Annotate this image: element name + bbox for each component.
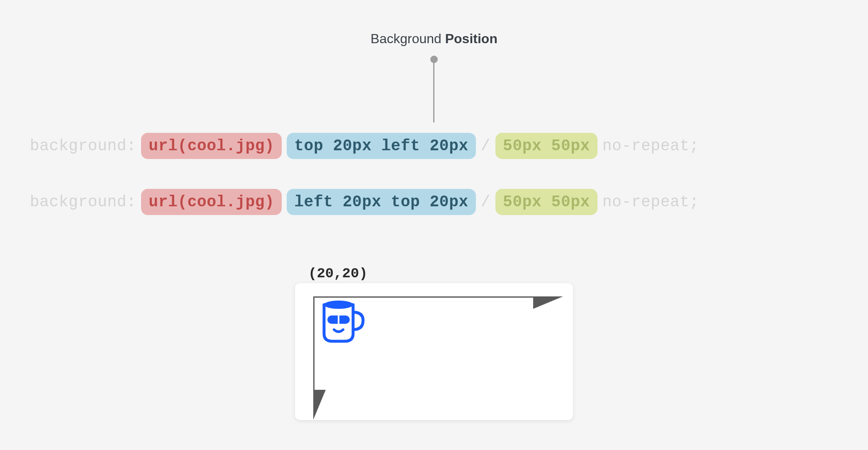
code-line-1: background: url(cool.jpg) top 20px left … [30, 133, 699, 159]
preview-container: (20,20) [295, 266, 573, 420]
coordinate-label: (20,20) [308, 266, 368, 281]
connector-line [433, 62, 434, 122]
svg-point-3 [324, 301, 353, 309]
position-token: left 20px top 20px [287, 189, 475, 215]
property-name: background: [30, 137, 136, 155]
size-token: 50px 50px [495, 133, 597, 159]
property-name: background: [30, 193, 136, 211]
code-line-2: background: url(cool.jpg) left 20px top … [30, 189, 699, 215]
title-bold: Position [445, 31, 497, 46]
preview-canvas [295, 283, 573, 420]
mug-icon [318, 300, 366, 345]
position-token: top 20px left 20px [287, 133, 475, 159]
url-token: url(cool.jpg) [141, 189, 282, 215]
title-prefix: Background [371, 31, 445, 46]
separator: / [481, 193, 490, 211]
connector [430, 56, 438, 122]
repeat-token: no-repeat; [602, 193, 699, 211]
code-block: background: url(cool.jpg) top 20px left … [30, 133, 699, 215]
size-token: 50px 50px [495, 189, 597, 215]
url-token: url(cool.jpg) [141, 133, 282, 159]
separator: / [481, 137, 490, 155]
repeat-token: no-repeat; [602, 137, 699, 155]
diagram-title: Background Position [371, 31, 497, 46]
